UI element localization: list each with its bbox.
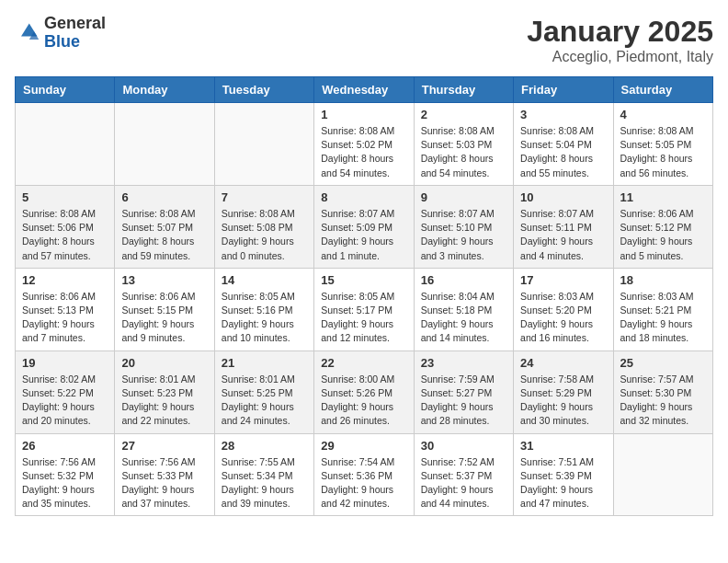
calendar-cell [115,103,214,186]
logo-general-text: General [44,14,106,32]
day-number: 3 [520,108,606,121]
day-info: Sunrise: 7:52 AM Sunset: 5:37 PM Dayligh… [421,455,506,511]
day-info: Sunrise: 7:57 AM Sunset: 5:30 PM Dayligh… [620,373,706,429]
calendar-cell: 9Sunrise: 8:07 AM Sunset: 5:10 PM Daylig… [414,185,513,268]
day-number: 24 [520,356,606,370]
day-info: Sunrise: 8:08 AM Sunset: 5:02 PM Dayligh… [321,124,406,180]
month-title: January 2025 [527,15,713,49]
day-info: Sunrise: 8:08 AM Sunset: 5:03 PM Dayligh… [421,124,506,180]
weekday-header-thursday: Thursday [414,77,513,103]
calendar-cell: 10Sunrise: 8:07 AM Sunset: 5:11 PM Dayli… [514,185,613,268]
calendar-table: SundayMondayTuesdayWednesdayThursdayFrid… [15,76,713,516]
day-number: 2 [421,108,506,121]
calendar-cell: 13Sunrise: 8:06 AM Sunset: 5:15 PM Dayli… [115,268,214,350]
calendar-cell: 17Sunrise: 8:03 AM Sunset: 5:20 PM Dayli… [514,268,613,350]
day-info: Sunrise: 8:06 AM Sunset: 5:13 PM Dayligh… [22,290,108,346]
day-info: Sunrise: 7:56 AM Sunset: 5:32 PM Dayligh… [22,455,108,511]
calendar-cell: 24Sunrise: 7:58 AM Sunset: 5:29 PM Dayli… [514,350,613,433]
calendar-cell [613,433,712,516]
day-info: Sunrise: 8:06 AM Sunset: 5:12 PM Dayligh… [620,207,706,263]
day-number: 28 [222,439,307,453]
calendar-cell: 5Sunrise: 8:08 AM Sunset: 5:06 PM Daylig… [16,185,115,268]
calendar-cell [214,103,313,186]
day-number: 29 [321,439,406,453]
weekday-header-sunday: Sunday [16,77,115,103]
day-number: 9 [421,190,506,204]
day-number: 14 [222,273,307,287]
day-info: Sunrise: 8:07 AM Sunset: 5:10 PM Dayligh… [421,207,506,263]
calendar-cell: 8Sunrise: 8:07 AM Sunset: 5:09 PM Daylig… [314,185,414,268]
calendar-cell: 23Sunrise: 7:59 AM Sunset: 5:27 PM Dayli… [414,350,513,433]
day-info: Sunrise: 7:56 AM Sunset: 5:33 PM Dayligh… [121,455,207,511]
day-info: Sunrise: 8:04 AM Sunset: 5:18 PM Dayligh… [421,290,506,346]
calendar-cell: 16Sunrise: 8:04 AM Sunset: 5:18 PM Dayli… [414,268,513,350]
day-info: Sunrise: 8:08 AM Sunset: 5:08 PM Dayligh… [222,207,307,263]
day-info: Sunrise: 8:05 AM Sunset: 5:16 PM Dayligh… [222,290,307,346]
day-info: Sunrise: 7:55 AM Sunset: 5:34 PM Dayligh… [222,455,307,511]
day-number: 16 [421,273,506,287]
calendar-cell: 18Sunrise: 8:03 AM Sunset: 5:21 PM Dayli… [613,268,712,350]
calendar-cell: 22Sunrise: 8:00 AM Sunset: 5:26 PM Dayli… [314,350,414,433]
day-info: Sunrise: 8:01 AM Sunset: 5:25 PM Dayligh… [222,373,307,429]
day-number: 6 [121,190,207,204]
day-number: 22 [321,356,406,370]
day-info: Sunrise: 8:01 AM Sunset: 5:23 PM Dayligh… [121,373,207,429]
day-number: 20 [121,356,207,370]
calendar-cell: 26Sunrise: 7:56 AM Sunset: 5:32 PM Dayli… [16,433,115,516]
calendar-cell: 25Sunrise: 7:57 AM Sunset: 5:30 PM Dayli… [613,350,712,433]
day-number: 19 [22,356,108,370]
location-text: Acceglio, Piedmont, Italy [527,49,713,65]
weekday-header-wednesday: Wednesday [314,77,414,103]
calendar-week-row: 26Sunrise: 7:56 AM Sunset: 5:32 PM Dayli… [16,433,713,516]
calendar-week-row: 1Sunrise: 8:08 AM Sunset: 5:02 PM Daylig… [16,103,713,186]
calendar-cell [16,103,115,186]
calendar-cell: 21Sunrise: 8:01 AM Sunset: 5:25 PM Dayli… [214,350,313,433]
day-number: 12 [22,273,108,287]
day-number: 25 [620,356,706,370]
logo-icon [15,20,40,46]
calendar-cell: 15Sunrise: 8:05 AM Sunset: 5:17 PM Dayli… [314,268,414,350]
weekday-header-saturday: Saturday [613,77,712,103]
day-number: 31 [520,439,606,453]
day-number: 13 [121,273,207,287]
day-number: 23 [421,356,506,370]
day-info: Sunrise: 8:07 AM Sunset: 5:11 PM Dayligh… [520,207,606,263]
calendar-cell: 11Sunrise: 8:06 AM Sunset: 5:12 PM Dayli… [613,185,712,268]
day-info: Sunrise: 7:58 AM Sunset: 5:29 PM Dayligh… [520,373,606,429]
calendar-cell: 3Sunrise: 8:08 AM Sunset: 5:04 PM Daylig… [514,103,613,186]
calendar-cell: 2Sunrise: 8:08 AM Sunset: 5:03 PM Daylig… [414,103,513,186]
day-number: 10 [520,190,606,204]
logo-blue-text: Blue [44,32,80,51]
day-number: 15 [321,273,406,287]
calendar-cell: 20Sunrise: 8:01 AM Sunset: 5:23 PM Dayli… [115,350,214,433]
day-info: Sunrise: 8:03 AM Sunset: 5:21 PM Dayligh… [620,290,706,346]
calendar-cell: 28Sunrise: 7:55 AM Sunset: 5:34 PM Dayli… [214,433,313,516]
calendar-cell: 19Sunrise: 8:02 AM Sunset: 5:22 PM Dayli… [16,350,115,433]
calendar-cell: 4Sunrise: 8:08 AM Sunset: 5:05 PM Daylig… [613,103,712,186]
calendar-cell: 7Sunrise: 8:08 AM Sunset: 5:08 PM Daylig… [214,185,313,268]
page-header: General Blue January 2025 Acceglio, Pied… [15,15,713,65]
day-info: Sunrise: 8:08 AM Sunset: 5:04 PM Dayligh… [520,124,606,180]
weekday-header-row: SundayMondayTuesdayWednesdayThursdayFrid… [16,77,713,103]
calendar-cell: 29Sunrise: 7:54 AM Sunset: 5:36 PM Dayli… [314,433,414,516]
day-number: 27 [121,439,207,453]
calendar-week-row: 19Sunrise: 8:02 AM Sunset: 5:22 PM Dayli… [16,350,713,433]
weekday-header-tuesday: Tuesday [214,77,313,103]
day-info: Sunrise: 7:59 AM Sunset: 5:27 PM Dayligh… [421,373,506,429]
calendar-cell: 27Sunrise: 7:56 AM Sunset: 5:33 PM Dayli… [115,433,214,516]
calendar-cell: 14Sunrise: 8:05 AM Sunset: 5:16 PM Dayli… [214,268,313,350]
day-info: Sunrise: 8:05 AM Sunset: 5:17 PM Dayligh… [321,290,406,346]
day-number: 4 [620,108,706,121]
day-number: 26 [22,439,108,453]
day-info: Sunrise: 8:02 AM Sunset: 5:22 PM Dayligh… [22,373,108,429]
calendar-cell: 6Sunrise: 8:08 AM Sunset: 5:07 PM Daylig… [115,185,214,268]
day-number: 30 [421,439,506,453]
day-info: Sunrise: 8:00 AM Sunset: 5:26 PM Dayligh… [321,373,406,429]
calendar-week-row: 12Sunrise: 8:06 AM Sunset: 5:13 PM Dayli… [16,268,713,350]
day-info: Sunrise: 8:06 AM Sunset: 5:15 PM Dayligh… [121,290,207,346]
title-block: January 2025 Acceglio, Piedmont, Italy [527,15,713,65]
calendar-cell: 12Sunrise: 8:06 AM Sunset: 5:13 PM Dayli… [16,268,115,350]
day-info: Sunrise: 7:54 AM Sunset: 5:36 PM Dayligh… [321,455,406,511]
calendar-cell: 31Sunrise: 7:51 AM Sunset: 5:39 PM Dayli… [514,433,613,516]
calendar-cell: 1Sunrise: 8:08 AM Sunset: 5:02 PM Daylig… [314,103,414,186]
